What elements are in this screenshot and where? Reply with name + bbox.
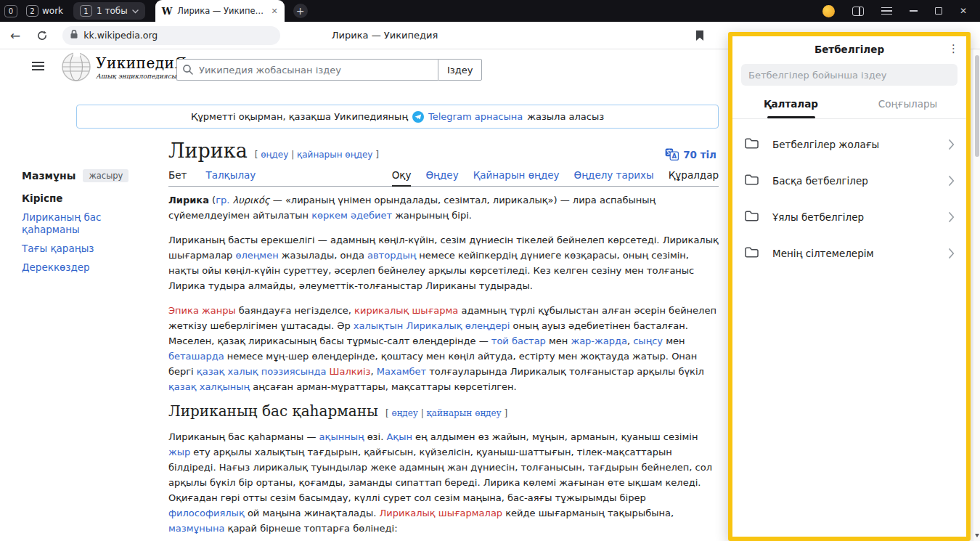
toc-item-sources[interactable]: Дереккөздер — [22, 261, 144, 274]
text-segment: ету арқылы халықтың тағдырын, қайғысын, … — [168, 447, 712, 503]
active-tab[interactable]: W Лирика — Уикипедия ✕ — [155, 0, 285, 22]
toc-hide-button[interactable]: жасыру — [83, 169, 128, 182]
wiki-link[interactable]: жар-жарда — [571, 335, 627, 346]
wiki-link[interactable]: Лирикалық өлеңдері — [406, 320, 510, 331]
wiki-link[interactable]: өлеңмен — [236, 250, 279, 261]
tab-talk[interactable]: Талқылау — [205, 169, 256, 186]
folder-row-my-links[interactable]: Менің сілтемелерім — [732, 235, 966, 272]
text-segment: ( — [209, 195, 216, 206]
wiki-link[interactable]: қайнарын өңдеу — [427, 408, 502, 418]
side-panels-icon[interactable] — [852, 7, 864, 16]
wiki-link[interactable]: сыңсу — [633, 335, 663, 346]
wiki-search-button[interactable]: Іздеу — [438, 59, 482, 81]
folder-row-mobile-bookmarks[interactable]: Ұялы бетбелгілер — [732, 199, 966, 235]
rewards-icon[interactable] — [822, 5, 835, 17]
tab-edit-source[interactable]: Қайнарын өңдеу — [473, 169, 560, 186]
scrollbar-thumb[interactable] — [975, 55, 979, 157]
tab-close-icon[interactable]: ✕ — [271, 7, 277, 16]
wiki-link[interactable]: той бастар — [491, 335, 546, 346]
text-segment: | — [288, 150, 297, 160]
wiki-link[interactable]: өңдеу — [261, 150, 288, 160]
page-scrollbar[interactable] — [973, 49, 980, 541]
tab-group-badge-zero[interactable]: 0 — [4, 5, 17, 17]
wikipedia-wordmark[interactable]: УикипедиЯ Ашық энциклопедиясы — [96, 54, 187, 80]
wiki-hamburger-icon[interactable] — [32, 62, 44, 71]
tab-read[interactable]: Оқу — [392, 169, 412, 186]
banner-text-prefix: Құрметті оқырман, қазақша Уикипедияның — [191, 111, 408, 122]
telegram-icon — [412, 111, 424, 123]
folder-row-bookmarks-bar[interactable]: Бетбелгілер жолағы — [732, 126, 966, 163]
window-close-button[interactable]: ✕ — [960, 6, 967, 16]
toc-item-intro[interactable]: Кіріспе — [22, 192, 144, 205]
wikipedia-logo[interactable] — [61, 52, 91, 85]
active-tab-title: Лирика — Уикипедия — [177, 6, 266, 16]
telegram-banner-link[interactable]: Telegram арнасына — [428, 111, 523, 122]
banner-text-suffix: жазыла аласыз — [527, 111, 604, 122]
wiki-link[interactable]: Махамбет — [377, 366, 426, 377]
scroll-down-arrow-icon[interactable] — [975, 534, 979, 537]
wiki-link[interactable]: мазмұнына — [168, 523, 224, 534]
chevron-right-icon — [949, 139, 955, 150]
text-segment: жазылады, онда — [279, 250, 367, 261]
text-segment: мен — [663, 335, 685, 346]
wiki-link[interactable]: гр. — [216, 195, 229, 206]
browser-menu-icon[interactable] — [881, 7, 892, 15]
tab-tools[interactable]: Құралдар — [669, 169, 719, 186]
wiki-link[interactable]: беташарда — [168, 351, 224, 362]
tab-recent[interactable]: Соңғылары — [849, 89, 966, 118]
window-maximize-button[interactable] — [935, 7, 942, 15]
tab-group-work[interactable]: 2 work — [26, 5, 63, 17]
window-minimize-button[interactable] — [910, 10, 918, 12]
wiki-redlink[interactable]: Лирикалық шығармалар — [379, 508, 502, 518]
wiki-link[interactable]: ақынның — [319, 431, 364, 442]
text-segment: қарай бірнеше топтарға бөлінеді: — [224, 523, 397, 534]
wiki-link[interactable]: қайнарын өңдеу — [297, 150, 372, 160]
wiki-link[interactable]: қазақ халқының — [168, 381, 250, 392]
back-icon[interactable]: ← — [10, 28, 20, 43]
tab-history[interactable]: Өңделу тарихы — [574, 169, 654, 186]
logo-subtitle: Ашық энциклопедиясы — [96, 73, 187, 80]
toc-item-hero[interactable]: Лириканың бас қаһарманы — [22, 211, 144, 236]
wiki-link[interactable]: қазақ халық поэзиясында — [197, 366, 327, 377]
wiki-redlink[interactable]: кирикалық шығарма — [354, 305, 458, 316]
tab-group-1toby[interactable]: 1 1 тобы — [73, 2, 145, 20]
toc-item-see-also[interactable]: Тағы қараңыз — [22, 243, 144, 255]
text-segment: толғауларында Лирикалық толғаныстар арқы… — [426, 366, 704, 377]
wiki-redlink[interactable]: Эпика жанры — [168, 305, 236, 316]
kebab-menu-icon[interactable]: ⋮ — [948, 42, 959, 55]
tab-page[interactable]: Бет — [168, 169, 187, 186]
wiki-link[interactable]: Ақын — [386, 431, 412, 442]
tab-group-1toby-label: 1 тобы — [97, 6, 128, 16]
folder-row-other-bookmarks[interactable]: Басқа бетбелгілер — [732, 163, 966, 199]
tab-folders[interactable]: Қалталар — [732, 89, 849, 118]
wiki-link[interactable]: көркем әдебиет — [311, 210, 392, 221]
text-segment: өзі. — [364, 431, 387, 442]
folder-label: Бетбелгілер жолағы — [772, 139, 879, 150]
bookmark-flag-icon[interactable] — [695, 30, 704, 44]
tab-edit[interactable]: Өңдеу — [425, 169, 458, 186]
article-title: Лирика — [168, 139, 248, 162]
wiki-search-input[interactable] — [176, 59, 438, 81]
reload-icon[interactable] — [36, 30, 48, 41]
text-segment: аңсаған арман-мұраттары, мақсаттары көрс… — [250, 381, 517, 392]
wiki-redlink[interactable]: Шалкиіз — [330, 366, 371, 377]
folder-label: Басқа бетбелгілер — [772, 175, 868, 187]
bookmarks-search-input[interactable] — [741, 64, 957, 86]
svg-text:A: A — [672, 152, 677, 160]
chevron-right-icon — [949, 248, 955, 259]
bookmarks-folder-list: Бетбелгілер жолағы Басқа бетбелгілер Ұял… — [732, 119, 966, 272]
article-body: Лирика (гр. λυρικός — «лираның үнімен ор… — [168, 192, 719, 541]
wiki-link[interactable]: философиялық — [168, 508, 245, 518]
new-tab-button[interactable]: + — [293, 4, 308, 18]
language-selector-button[interactable]: A 70 тіл — [665, 148, 716, 160]
title-edit-links: [ өңдеу | қайнарын өңдеу ] — [255, 150, 379, 160]
wiki-link[interactable]: өңдеу — [391, 408, 417, 418]
wiki-link[interactable]: автордың — [367, 250, 416, 261]
wiki-link[interactable]: жыр — [168, 447, 190, 457]
address-field[interactable]: kk.wikipedia.org — [62, 26, 280, 45]
text-segment: | — [418, 408, 427, 418]
tab-folders-label: Қалталар — [764, 98, 818, 110]
article-tab-bar: Бет Талқылау Оқу Өңдеу Қайнарын өңдеу Өң… — [168, 166, 719, 187]
wiki-link[interactable]: халықтын — [354, 320, 403, 331]
url-text: kk.wikipedia.org — [83, 30, 158, 41]
